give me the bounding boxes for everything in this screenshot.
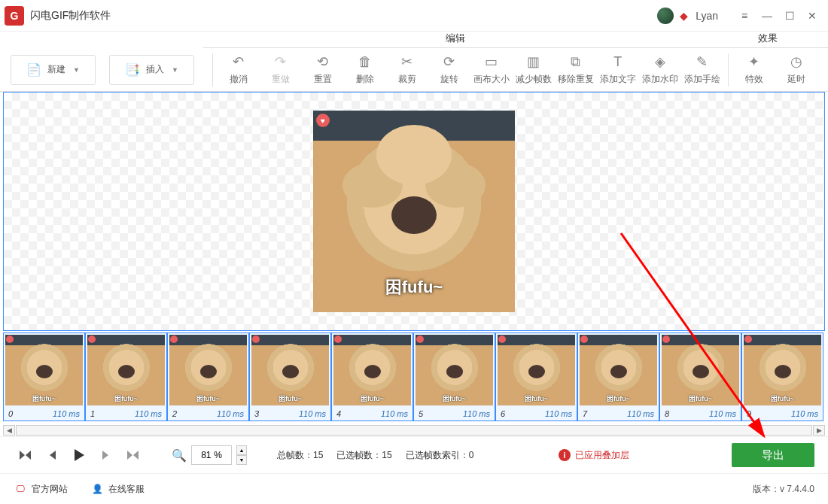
frame-thumbnail: 困fufu~ bbox=[744, 335, 821, 405]
app-title: 闪电GIF制作软件 bbox=[30, 9, 111, 23]
tool-删除[interactable]: 🗑删除 bbox=[344, 51, 386, 89]
tab-effects[interactable]: 效果 bbox=[708, 32, 828, 48]
frame-duration: 110 ms bbox=[299, 409, 326, 418]
insert-button[interactable]: 📑 插入 ▼ bbox=[109, 55, 194, 85]
tool-添加手绘[interactable]: ✎添加手绘 bbox=[681, 51, 723, 89]
prev-frame-button[interactable] bbox=[41, 444, 63, 466]
tool-label: 删除 bbox=[356, 73, 374, 86]
tool-添加文字[interactable]: T添加文字 bbox=[597, 51, 639, 89]
minimize-icon[interactable]: — bbox=[756, 5, 778, 27]
export-button[interactable]: 导出 bbox=[732, 443, 814, 467]
preview-caption: 困fufu~ bbox=[313, 276, 515, 299]
timeline-scrollbar[interactable]: ◀ ▶ bbox=[0, 424, 828, 436]
frame-5[interactable]: 困fufu~5110 ms bbox=[413, 332, 495, 421]
tool-撤消[interactable]: ↶撤消 bbox=[218, 51, 260, 89]
close-icon[interactable]: ✕ bbox=[801, 5, 823, 27]
frame-0[interactable]: 困fufu~0110 ms bbox=[3, 332, 85, 421]
first-frame-button[interactable] bbox=[14, 444, 36, 466]
effect-label: 特效 bbox=[745, 73, 763, 86]
tool-icon: ⟲ bbox=[317, 53, 328, 70]
tool-减少帧数[interactable]: ▥减少帧数 bbox=[513, 51, 555, 89]
tool-移除重复[interactable]: ⧉移除重复 bbox=[555, 51, 597, 89]
new-button[interactable]: 📄 新建 ▼ bbox=[11, 55, 96, 85]
effect-icon: ✦ bbox=[748, 53, 760, 70]
tool-label: 添加文字 bbox=[600, 73, 636, 86]
tool-icon: ▭ bbox=[485, 53, 498, 70]
tool-icon: ✎ bbox=[696, 53, 708, 70]
last-frame-button[interactable] bbox=[122, 444, 145, 466]
tool-icon: 🗑 bbox=[358, 53, 372, 70]
frame-duration: 110 ms bbox=[545, 409, 572, 418]
frame-duration: 110 ms bbox=[463, 409, 490, 418]
frame-3[interactable]: 困fufu~3110 ms bbox=[249, 332, 331, 421]
frame-9[interactable]: 困fufu~9110 ms bbox=[741, 332, 823, 421]
frame-1[interactable]: 困fufu~1110 ms bbox=[85, 332, 167, 421]
avatar[interactable] bbox=[657, 8, 674, 24]
tab-edit[interactable]: 编辑 bbox=[203, 32, 708, 48]
new-file-icon: 📄 bbox=[26, 62, 41, 77]
divider bbox=[212, 53, 213, 87]
support-link[interactable]: 👤 在线客服 bbox=[90, 482, 145, 496]
toolbar-tabs: 编辑 效果 bbox=[0, 32, 828, 48]
frame-index: 4 bbox=[336, 409, 341, 418]
tool-icon: ⟳ bbox=[443, 53, 455, 70]
effect-延时[interactable]: ◷延时 bbox=[775, 51, 817, 89]
footer: 🖵 官方网站 👤 在线客服 版本：v 7.4.4.0 bbox=[0, 474, 828, 504]
frame-7[interactable]: 困fufu~7110 ms bbox=[577, 332, 659, 421]
timeline: 困fufu~0110 ms困fufu~1110 ms困fufu~2110 ms困… bbox=[0, 331, 828, 424]
vip-gem-icon[interactable]: ◆ bbox=[680, 10, 688, 22]
heart-badge-icon: ♥ bbox=[316, 114, 330, 127]
frame-duration: 110 ms bbox=[381, 409, 408, 418]
monitor-icon: 🖵 bbox=[14, 482, 27, 496]
version-label: 版本：v 7.4.4.0 bbox=[753, 483, 814, 496]
frame-duration: 110 ms bbox=[709, 409, 736, 418]
tool-添加水印[interactable]: ◈添加水印 bbox=[639, 51, 681, 89]
zoom-down-button[interactable]: ▼ bbox=[236, 455, 247, 465]
playback-bar: 🔍 81 % ▲ ▼ 总帧数：15 已选帧数：15 已选帧数索引：0 i 已应用… bbox=[0, 436, 828, 474]
scroll-track[interactable] bbox=[16, 425, 812, 436]
next-frame-button[interactable] bbox=[95, 444, 117, 466]
frame-4[interactable]: 困fufu~4110 ms bbox=[331, 332, 413, 421]
tool-重做[interactable]: ↷重做 bbox=[260, 51, 302, 89]
frame-index: 6 bbox=[501, 409, 505, 418]
username[interactable]: Lyan bbox=[696, 10, 718, 22]
frame-index: 3 bbox=[254, 409, 259, 418]
insert-icon: 📑 bbox=[125, 62, 140, 77]
frame-thumbnail: 困fufu~ bbox=[169, 335, 247, 405]
tool-label: 撤消 bbox=[230, 73, 248, 86]
frame-thumbnail: 困fufu~ bbox=[5, 335, 83, 405]
frame-6[interactable]: 困fufu~6110 ms bbox=[495, 332, 577, 421]
maximize-icon[interactable]: ☐ bbox=[778, 5, 801, 27]
app-logo-icon: G bbox=[5, 6, 24, 26]
frame-index: 5 bbox=[419, 409, 423, 418]
menu-icon[interactable]: ≡ bbox=[733, 5, 756, 27]
frame-thumbnail: 困fufu~ bbox=[580, 335, 657, 405]
official-site-link[interactable]: 🖵 官方网站 bbox=[14, 482, 68, 496]
tool-旋转[interactable]: ⟳旋转 bbox=[428, 51, 470, 89]
frame-duration: 110 ms bbox=[217, 409, 244, 418]
frame-thumbnail: 困fufu~ bbox=[333, 335, 411, 405]
scroll-left-icon[interactable]: ◀ bbox=[3, 425, 15, 436]
frame-duration: 110 ms bbox=[627, 409, 654, 418]
scroll-right-icon[interactable]: ▶ bbox=[813, 425, 825, 436]
zoom-up-button[interactable]: ▲ bbox=[236, 445, 247, 455]
effect-icon: ◷ bbox=[790, 53, 802, 70]
play-button[interactable] bbox=[68, 444, 90, 466]
divider bbox=[728, 53, 729, 87]
effect-特效[interactable]: ✦特效 bbox=[733, 51, 775, 89]
tool-重置[interactable]: ⟲重置 bbox=[302, 51, 344, 89]
canvas-area[interactable]: ♥ 困fufu~ bbox=[3, 92, 825, 331]
tool-label: 添加水印 bbox=[642, 73, 678, 86]
toolbar: 📄 新建 ▼ 📑 插入 ▼ ↶撤消↷重做⟲重置🗑删除✂裁剪⟳旋转▭画布大小▥减少… bbox=[0, 48, 828, 92]
warning-icon: i bbox=[559, 449, 571, 461]
tool-裁剪[interactable]: ✂裁剪 bbox=[386, 51, 428, 89]
frame-index: 0 bbox=[8, 409, 13, 418]
overlay-warning: i 已应用叠加层 bbox=[559, 449, 629, 462]
zoom-icon[interactable]: 🔍 bbox=[172, 448, 187, 463]
chevron-down-icon: ▼ bbox=[73, 66, 80, 74]
frame-duration: 110 ms bbox=[791, 409, 818, 418]
frame-8[interactable]: 困fufu~8110 ms bbox=[659, 332, 741, 421]
zoom-input[interactable]: 81 % bbox=[191, 445, 232, 465]
tool-画布大小[interactable]: ▭画布大小 bbox=[470, 51, 513, 89]
frame-2[interactable]: 困fufu~2110 ms bbox=[167, 332, 249, 421]
